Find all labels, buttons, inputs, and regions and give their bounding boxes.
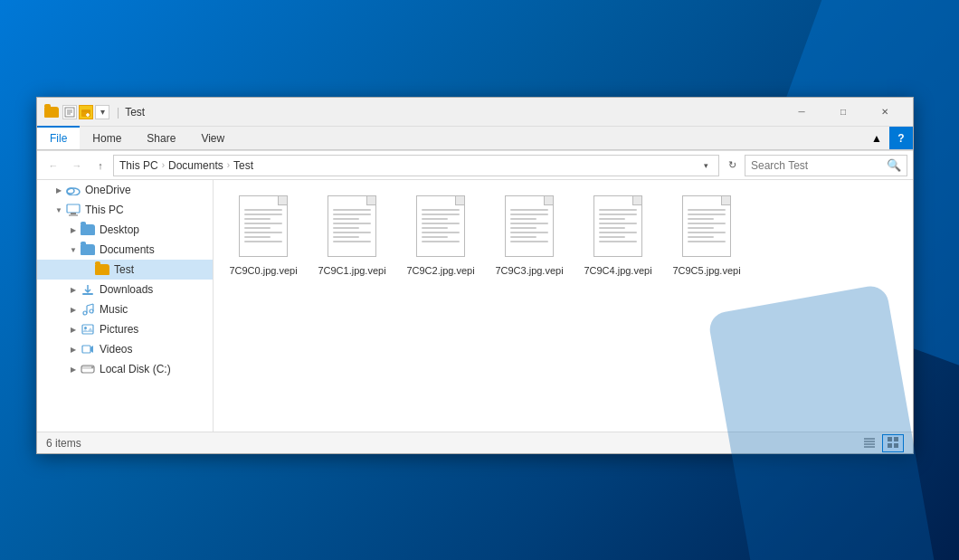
- file-item[interactable]: 7C9C4.jpg.vepi: [577, 189, 659, 283]
- file-lines-1: [333, 209, 371, 242]
- search-box[interactable]: 🔍: [745, 155, 907, 176]
- file-page-4: [593, 195, 642, 257]
- expand-onedrive[interactable]: ▶: [52, 180, 66, 200]
- ribbon: File Home Share View ▲ ?: [37, 127, 913, 151]
- back-button[interactable]: ←: [43, 155, 64, 176]
- breadcrumb: This PC › Documents › Test: [119, 159, 702, 172]
- svg-rect-28: [888, 437, 892, 441]
- file-line: [333, 209, 371, 211]
- nav-item-music[interactable]: ▶ Music: [37, 299, 213, 319]
- nav-label-thispc: This PC: [85, 204, 124, 216]
- close-button[interactable]: ✕: [864, 98, 906, 127]
- file-label-4: 7C9C4.jpg.vepi: [584, 264, 651, 277]
- back-icon: ←: [49, 160, 59, 171]
- svg-rect-12: [82, 293, 93, 295]
- help-button[interactable]: ?: [889, 127, 913, 149]
- expand-pictures[interactable]: ▶: [66, 319, 81, 339]
- tab-file[interactable]: File: [37, 126, 80, 149]
- breadcrumb-sep-2: ›: [227, 160, 230, 170]
- refresh-button[interactable]: ↻: [721, 155, 743, 176]
- file-item[interactable]: 7C9C3.jpg.vepi: [489, 189, 570, 283]
- nav-item-downloads[interactable]: ▶ Downloads: [37, 280, 213, 299]
- file-item[interactable]: 7C9C2.jpg.vepi: [400, 189, 481, 283]
- expand-thispc[interactable]: ▼: [52, 200, 66, 220]
- forward-button[interactable]: →: [66, 155, 88, 176]
- onedrive-icon: [66, 183, 81, 197]
- nav-item-localdisk[interactable]: ▶ Local Disk (C:): [37, 359, 213, 379]
- maximize-button[interactable]: □: [822, 98, 864, 127]
- qat-new-folder[interactable]: [79, 105, 93, 119]
- file-item[interactable]: 7C9C0.jpg.vepi: [223, 189, 304, 283]
- ribbon-collapse[interactable]: ▲: [864, 127, 889, 149]
- file-line: [688, 227, 714, 229]
- content-pane: 7C9C0.jpg.vepi: [214, 180, 913, 432]
- file-page-0: [239, 195, 288, 257]
- nav-item-videos[interactable]: ▶ Videos: [37, 339, 213, 359]
- videos-icon: [81, 342, 95, 356]
- file-line: [510, 218, 536, 220]
- main-area: ▶ OneDrive ▼ This PC ▶ Desktop: [37, 180, 913, 432]
- nav-item-documents[interactable]: ▼ Documents: [37, 240, 213, 260]
- expand-documents[interactable]: ▼: [66, 240, 81, 260]
- file-page-5: [682, 195, 731, 257]
- file-item[interactable]: 7C9C1.jpg.vepi: [311, 189, 393, 283]
- nav-label-music: Music: [100, 303, 128, 316]
- file-item[interactable]: 7C9C5.jpg.vepi: [666, 189, 747, 283]
- svg-rect-31: [894, 443, 898, 448]
- expand-localdisk[interactable]: ▶: [66, 359, 81, 379]
- nav-item-thispc[interactable]: ▼ This PC: [37, 200, 213, 220]
- file-line: [244, 209, 282, 211]
- nav-label-test: Test: [114, 263, 134, 276]
- nav-item-onedrive[interactable]: ▶ OneDrive: [37, 180, 213, 200]
- file-line: [688, 218, 714, 220]
- expand-desktop[interactable]: ▶: [66, 220, 81, 240]
- svg-rect-20: [82, 346, 90, 353]
- svg-rect-30: [888, 443, 892, 448]
- file-line: [688, 223, 726, 224]
- file-lines-0: [244, 209, 282, 242]
- address-bar: ← → ↑ This PC › Documents › Test ▾ ↻: [37, 151, 913, 180]
- folder-icon-title: [44, 107, 59, 118]
- search-input[interactable]: [751, 159, 887, 172]
- details-view-button[interactable]: [859, 434, 880, 452]
- nav-label-downloads: Downloads: [100, 283, 153, 296]
- up-button[interactable]: ↑: [90, 155, 111, 176]
- nav-item-desktop[interactable]: ▶ Desktop: [37, 220, 213, 240]
- tab-view[interactable]: View: [188, 127, 237, 149]
- qat-properties[interactable]: [62, 105, 77, 119]
- breadcrumb-item-documents[interactable]: Documents: [168, 159, 223, 172]
- expand-music[interactable]: ▶: [66, 299, 81, 319]
- expand-videos[interactable]: ▶: [66, 339, 81, 359]
- svg-rect-4: [81, 109, 90, 117]
- minimize-button[interactable]: ─: [781, 98, 822, 127]
- search-button[interactable]: 🔍: [887, 156, 901, 176]
- address-dropdown-button[interactable]: ▾: [698, 155, 713, 176]
- qat-dropdown[interactable]: ▾: [95, 105, 109, 119]
- large-icons-view-button[interactable]: [882, 434, 904, 452]
- file-line: [510, 209, 548, 211]
- localdisk-icon: [81, 362, 95, 376]
- tab-home[interactable]: Home: [80, 127, 134, 149]
- svg-rect-29: [894, 437, 898, 441]
- nav-item-test[interactable]: Test: [37, 260, 213, 280]
- file-line: [333, 223, 371, 224]
- breadcrumb-item-thispc[interactable]: This PC: [119, 159, 158, 172]
- file-line: [599, 227, 625, 229]
- nav-label-localdisk: Local Disk (C:): [100, 363, 171, 375]
- details-view-icon: [863, 436, 876, 451]
- svg-rect-9: [67, 204, 80, 213]
- file-line: [422, 209, 460, 211]
- address-box[interactable]: This PC › Documents › Test ▾: [113, 155, 719, 176]
- file-line: [333, 232, 371, 233]
- tab-share[interactable]: Share: [134, 127, 188, 149]
- file-line: [510, 232, 548, 233]
- expand-downloads[interactable]: ▶: [66, 280, 81, 299]
- file-line: [599, 209, 637, 211]
- chevron-up-icon: ▲: [871, 132, 882, 145]
- file-line: [688, 214, 726, 215]
- file-icon-2: [413, 195, 468, 261]
- svg-point-19: [84, 327, 87, 329]
- file-line: [422, 241, 460, 242]
- nav-item-pictures[interactable]: ▶ Pictures: [37, 319, 213, 339]
- breadcrumb-item-test[interactable]: Test: [233, 159, 253, 172]
